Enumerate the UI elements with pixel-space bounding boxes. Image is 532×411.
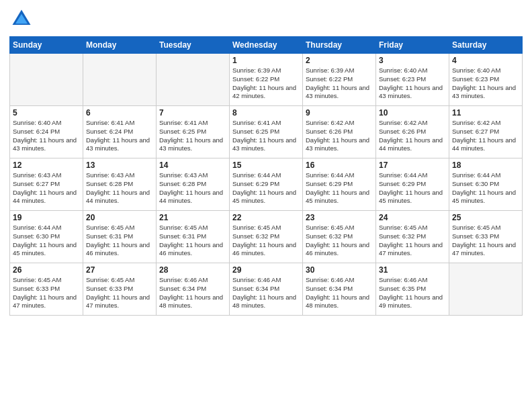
day-info: Sunrise: 6:40 AM Sunset: 6:23 PM Dayligh… [452,66,519,101]
day-info: Sunrise: 6:44 AM Sunset: 6:29 PM Dayligh… [232,171,300,205]
day-number: 29 [232,265,300,275]
week-row-2: 5Sunrise: 6:40 AM Sunset: 6:24 PM Daylig… [10,106,523,158]
day-number: 13 [86,161,153,170]
calendar-cell: 29Sunrise: 6:46 AM Sunset: 6:34 PM Dayli… [230,263,303,316]
calendar-cell: 17Sunrise: 6:44 AM Sunset: 6:29 PM Dayli… [376,158,449,211]
weekday-header-row: SundayMondayTuesdayWednesdayThursdayFrid… [10,37,523,54]
day-number: 8 [232,108,300,118]
calendar-cell: 31Sunrise: 6:46 AM Sunset: 6:35 PM Dayli… [376,263,449,316]
calendar-cell: 13Sunrise: 6:43 AM Sunset: 6:28 PM Dayli… [83,158,157,211]
calendar-cell: 2Sunrise: 6:39 AM Sunset: 6:22 PM Daylig… [303,54,376,106]
calendar-cell: 10Sunrise: 6:42 AM Sunset: 6:26 PM Dayli… [376,106,449,158]
weekday-saturday: Saturday [449,37,523,54]
calendar-cell: 16Sunrise: 6:44 AM Sunset: 6:29 PM Dayli… [303,158,376,211]
day-number: 27 [86,265,153,275]
day-info: Sunrise: 6:39 AM Sunset: 6:22 PM Dayligh… [232,66,300,101]
day-info: Sunrise: 6:44 AM Sunset: 6:29 PM Dayligh… [306,171,373,205]
weekday-wednesday: Wednesday [230,37,303,54]
day-info: Sunrise: 6:46 AM Sunset: 6:35 PM Dayligh… [379,276,446,310]
week-row-1: 1Sunrise: 6:39 AM Sunset: 6:22 PM Daylig… [10,54,523,106]
calendar-cell: 1Sunrise: 6:39 AM Sunset: 6:22 PM Daylig… [230,54,303,106]
day-number: 12 [13,161,80,170]
calendar-cell: 23Sunrise: 6:45 AM Sunset: 6:32 PM Dayli… [303,211,376,263]
calendar-cell: 12Sunrise: 6:43 AM Sunset: 6:27 PM Dayli… [10,158,83,211]
day-number: 19 [13,213,80,222]
day-number: 17 [379,161,446,170]
calendar-cell: 20Sunrise: 6:45 AM Sunset: 6:31 PM Dayli… [83,211,157,263]
day-info: Sunrise: 6:41 AM Sunset: 6:25 PM Dayligh… [232,119,300,153]
day-number: 25 [452,213,519,222]
day-info: Sunrise: 6:40 AM Sunset: 6:24 PM Dayligh… [13,119,80,153]
day-info: Sunrise: 6:43 AM Sunset: 6:28 PM Dayligh… [86,171,153,205]
day-number: 6 [86,108,153,118]
calendar-cell: 5Sunrise: 6:40 AM Sunset: 6:24 PM Daylig… [10,106,83,158]
calendar-cell: 30Sunrise: 6:46 AM Sunset: 6:34 PM Dayli… [303,263,376,316]
day-info: Sunrise: 6:42 AM Sunset: 6:26 PM Dayligh… [379,119,446,153]
day-number: 1 [232,56,300,65]
day-info: Sunrise: 6:42 AM Sunset: 6:27 PM Dayligh… [452,119,519,153]
calendar-cell [449,263,523,316]
day-number: 4 [452,56,519,65]
calendar-cell: 15Sunrise: 6:44 AM Sunset: 6:29 PM Dayli… [230,158,303,211]
weekday-sunday: Sunday [10,37,83,54]
day-info: Sunrise: 6:44 AM Sunset: 6:29 PM Dayligh… [379,171,446,205]
day-number: 20 [86,213,153,222]
calendar-cell: 11Sunrise: 6:42 AM Sunset: 6:27 PM Dayli… [449,106,523,158]
day-info: Sunrise: 6:45 AM Sunset: 6:32 PM Dayligh… [306,224,373,258]
day-info: Sunrise: 6:41 AM Sunset: 6:25 PM Dayligh… [159,119,226,153]
calendar-cell: 18Sunrise: 6:44 AM Sunset: 6:30 PM Dayli… [449,158,523,211]
weekday-friday: Friday [376,37,449,54]
day-info: Sunrise: 6:45 AM Sunset: 6:33 PM Dayligh… [86,276,153,310]
day-info: Sunrise: 6:41 AM Sunset: 6:24 PM Dayligh… [86,119,153,153]
day-number: 9 [306,108,373,118]
day-number: 10 [379,108,446,118]
calendar-cell: 19Sunrise: 6:44 AM Sunset: 6:30 PM Dayli… [10,211,83,263]
day-number: 21 [159,213,226,222]
day-number: 28 [159,265,226,275]
calendar-cell: 14Sunrise: 6:43 AM Sunset: 6:28 PM Dayli… [157,158,230,211]
calendar-cell: 6Sunrise: 6:41 AM Sunset: 6:24 PM Daylig… [83,106,157,158]
day-number: 23 [306,213,373,222]
calendar-cell [157,54,230,106]
weekday-thursday: Thursday [303,37,376,54]
calendar-cell: 9Sunrise: 6:42 AM Sunset: 6:26 PM Daylig… [303,106,376,158]
calendar-cell: 4Sunrise: 6:40 AM Sunset: 6:23 PM Daylig… [449,54,523,106]
day-info: Sunrise: 6:45 AM Sunset: 6:33 PM Dayligh… [13,276,80,310]
calendar-cell: 25Sunrise: 6:45 AM Sunset: 6:33 PM Dayli… [449,211,523,263]
day-info: Sunrise: 6:46 AM Sunset: 6:34 PM Dayligh… [306,276,373,310]
day-number: 5 [13,108,80,118]
day-info: Sunrise: 6:40 AM Sunset: 6:23 PM Dayligh… [379,66,446,101]
calendar-cell [10,54,83,106]
day-info: Sunrise: 6:45 AM Sunset: 6:31 PM Dayligh… [159,224,226,258]
week-row-4: 19Sunrise: 6:44 AM Sunset: 6:30 PM Dayli… [10,211,523,263]
weekday-tuesday: Tuesday [157,37,230,54]
day-info: Sunrise: 6:45 AM Sunset: 6:32 PM Dayligh… [232,224,300,258]
day-info: Sunrise: 6:43 AM Sunset: 6:27 PM Dayligh… [13,171,80,205]
logo-icon [9,7,34,31]
day-info: Sunrise: 6:45 AM Sunset: 6:32 PM Dayligh… [379,224,446,258]
day-info: Sunrise: 6:43 AM Sunset: 6:28 PM Dayligh… [159,171,226,205]
day-number: 15 [232,161,300,170]
calendar-cell: 22Sunrise: 6:45 AM Sunset: 6:32 PM Dayli… [230,211,303,263]
day-info: Sunrise: 6:44 AM Sunset: 6:30 PM Dayligh… [452,171,519,205]
day-number: 31 [379,265,446,275]
day-number: 18 [452,161,519,170]
page-header [9,7,523,31]
day-number: 11 [452,108,519,118]
day-info: Sunrise: 6:45 AM Sunset: 6:33 PM Dayligh… [452,224,519,258]
day-info: Sunrise: 6:46 AM Sunset: 6:34 PM Dayligh… [232,276,300,310]
calendar-cell: 8Sunrise: 6:41 AM Sunset: 6:25 PM Daylig… [230,106,303,158]
day-number: 7 [159,108,226,118]
day-info: Sunrise: 6:44 AM Sunset: 6:30 PM Dayligh… [13,224,80,258]
day-number: 3 [379,56,446,65]
day-info: Sunrise: 6:42 AM Sunset: 6:26 PM Dayligh… [306,119,373,153]
calendar-cell: 28Sunrise: 6:46 AM Sunset: 6:34 PM Dayli… [157,263,230,316]
day-number: 24 [379,213,446,222]
calendar-cell: 7Sunrise: 6:41 AM Sunset: 6:25 PM Daylig… [157,106,230,158]
week-row-5: 26Sunrise: 6:45 AM Sunset: 6:33 PM Dayli… [10,263,523,316]
weekday-monday: Monday [83,37,157,54]
day-info: Sunrise: 6:46 AM Sunset: 6:34 PM Dayligh… [159,276,226,310]
calendar-table: SundayMondayTuesdayWednesdayThursdayFrid… [9,36,523,316]
day-number: 22 [232,213,300,222]
calendar-cell: 3Sunrise: 6:40 AM Sunset: 6:23 PM Daylig… [376,54,449,106]
